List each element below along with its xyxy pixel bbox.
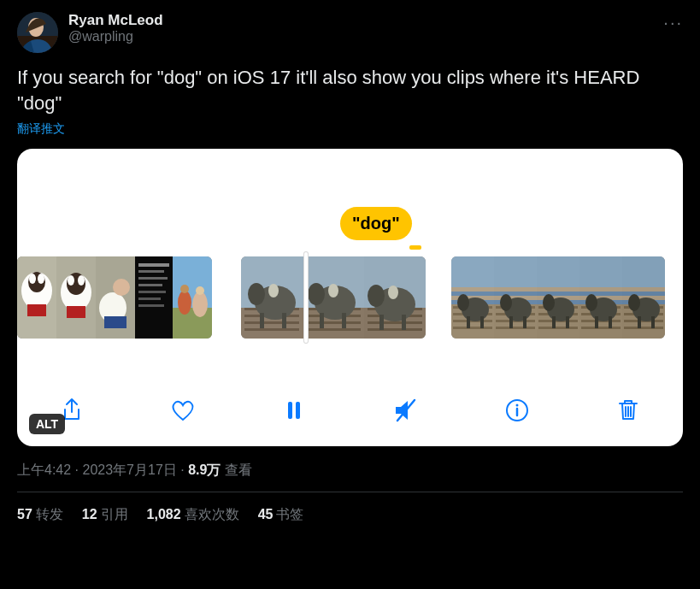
thumb (494, 256, 537, 339)
svg-rect-89 (496, 327, 535, 329)
svg-rect-38 (244, 328, 299, 331)
svg-rect-122 (622, 256, 665, 287)
svg-rect-137 (296, 402, 300, 419)
thumb (17, 256, 56, 339)
translate-link[interactable]: 翻译推文 (17, 121, 65, 137)
caption-marker (409, 245, 421, 250)
svg-rect-21 (138, 270, 164, 273)
svg-rect-110 (579, 292, 622, 296)
views-count: 8.9万 (188, 462, 221, 477)
trash-icon[interactable] (611, 393, 645, 427)
svg-rect-120 (595, 316, 598, 328)
meta-date: 2023年7月17日 (82, 462, 176, 477)
thumb (537, 256, 579, 339)
svg-rect-8 (27, 304, 46, 316)
svg-rect-81 (494, 287, 537, 292)
info-icon[interactable] (500, 393, 534, 427)
display-name: Ryan McLeod (68, 12, 653, 29)
thumb (135, 256, 173, 339)
svg-rect-135 (651, 316, 655, 328)
tweet-container: Ryan McLeod @warpling ··· If you search … (0, 0, 700, 538)
thumb (579, 256, 622, 339)
thumb (173, 256, 212, 339)
tweet-meta[interactable]: 上午4:42 · 2023年7月17日 · 8.9万 查看 (17, 462, 683, 492)
media-attachment[interactable]: "dog" (17, 149, 683, 446)
svg-rect-37 (244, 321, 299, 324)
svg-rect-48 (306, 321, 361, 324)
svg-point-17 (113, 279, 130, 296)
retweets-stat[interactable]: 57转发 (17, 506, 63, 524)
thumb (241, 256, 303, 339)
svg-rect-80 (494, 256, 537, 287)
meta-time: 上午4:42 (17, 462, 71, 477)
clip-group-1[interactable] (17, 256, 212, 339)
likes-stat[interactable]: 1,082喜欢次数 (147, 506, 239, 524)
clip-group-2[interactable] (241, 256, 426, 339)
avatar[interactable] (17, 12, 58, 53)
svg-rect-20 (138, 263, 169, 267)
svg-point-62 (368, 285, 385, 307)
svg-rect-64 (379, 315, 384, 330)
svg-rect-109 (579, 287, 622, 292)
tweet-text: If you search for "dog" on iOS 17 it'll … (17, 65, 683, 115)
caption-bubble: "dog" (340, 207, 412, 240)
svg-point-31 (180, 285, 189, 293)
heart-icon[interactable] (166, 393, 200, 427)
pause-icon[interactable] (277, 393, 311, 427)
svg-rect-68 (451, 292, 494, 296)
svg-rect-54 (342, 313, 346, 328)
svg-rect-124 (622, 292, 665, 296)
quotes-stat[interactable]: 12引用 (82, 506, 128, 524)
svg-rect-65 (402, 315, 406, 330)
svg-rect-107 (566, 316, 569, 328)
svg-rect-103 (538, 327, 578, 329)
svg-rect-134 (638, 316, 641, 328)
svg-rect-93 (523, 316, 526, 328)
svg-point-140 (515, 404, 518, 407)
thumb (622, 256, 665, 339)
video-timeline[interactable] (17, 256, 683, 339)
svg-rect-108 (579, 256, 622, 287)
bookmarks-stat[interactable]: 45书签 (258, 506, 304, 524)
svg-rect-117 (581, 327, 621, 329)
svg-point-63 (388, 286, 398, 299)
svg-point-6 (29, 274, 36, 284)
svg-rect-67 (451, 287, 494, 292)
svg-rect-131 (624, 327, 663, 329)
thumb (451, 256, 494, 339)
user-block[interactable]: Ryan McLeod @warpling (68, 12, 653, 44)
svg-point-32 (196, 286, 204, 295)
svg-rect-92 (509, 316, 513, 328)
svg-rect-75 (453, 327, 492, 329)
svg-rect-95 (537, 287, 579, 292)
svg-point-133 (628, 294, 640, 311)
svg-rect-123 (622, 287, 665, 292)
svg-rect-60 (368, 328, 422, 331)
clip-gap (212, 256, 241, 339)
svg-point-7 (38, 274, 44, 284)
svg-point-51 (308, 283, 325, 305)
thumb (56, 256, 96, 339)
mute-icon[interactable] (389, 393, 423, 427)
svg-rect-28 (173, 308, 212, 339)
svg-rect-59 (368, 321, 422, 324)
svg-rect-78 (467, 316, 470, 328)
thumb (364, 256, 426, 339)
svg-rect-14 (67, 306, 85, 318)
clip-group-3[interactable] (451, 256, 665, 339)
svg-rect-121 (609, 316, 612, 328)
svg-point-30 (192, 292, 208, 317)
svg-point-77 (457, 294, 469, 311)
more-options-icon[interactable]: ··· (663, 12, 683, 31)
tweet-stats: 57转发 12引用 1,082喜欢次数 45书签 (17, 492, 683, 538)
svg-rect-53 (320, 313, 324, 328)
svg-rect-42 (260, 313, 264, 328)
clip-gap (426, 256, 451, 339)
timeline-playhead[interactable] (303, 251, 309, 344)
svg-point-40 (248, 283, 265, 305)
svg-rect-43 (282, 313, 286, 328)
svg-rect-24 (138, 291, 166, 293)
svg-rect-23 (138, 284, 162, 286)
svg-rect-26 (138, 304, 164, 307)
alt-badge[interactable]: ALT (29, 414, 65, 434)
